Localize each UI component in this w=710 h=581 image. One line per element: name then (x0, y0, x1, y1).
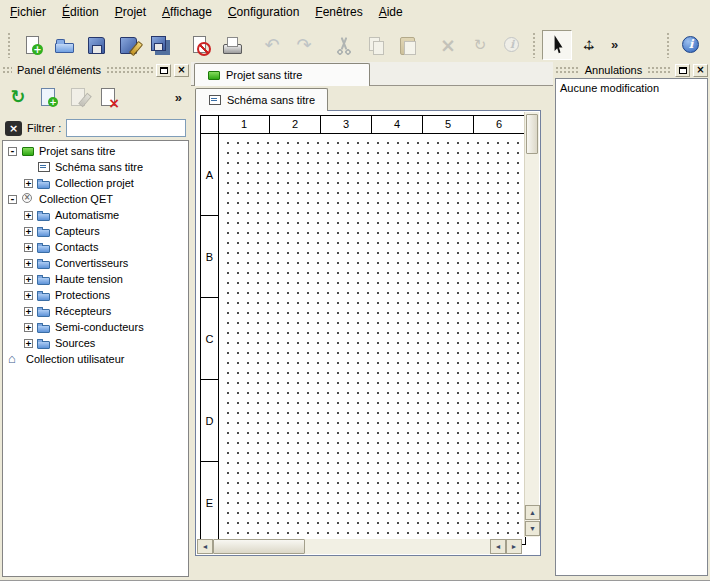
new-element-button[interactable] (34, 83, 62, 111)
refresh-icon (7, 86, 29, 108)
undo-button[interactable] (257, 30, 287, 60)
tree-item[interactable]: Sources (3, 335, 188, 351)
filter-input[interactable] (66, 119, 186, 137)
redo-button[interactable] (289, 30, 319, 60)
select-mode-button[interactable] (542, 30, 572, 60)
menu-item[interactable]: Fenêtres (307, 2, 370, 22)
menu-item[interactable]: Aide (371, 2, 411, 22)
save-button[interactable] (81, 30, 111, 60)
menu-item[interactable]: Configuration (220, 2, 307, 22)
scroll-down-button[interactable] (525, 521, 540, 536)
menu-item[interactable]: Édition (54, 2, 107, 22)
workspace: Projet sans titre Schéma sans titre (191, 62, 553, 580)
rotate-button[interactable] (465, 30, 495, 60)
tree-item[interactable]: Contacts (3, 239, 188, 255)
mdi-area: 1 2 3 4 5 6 (191, 110, 553, 580)
info-button[interactable] (497, 30, 527, 60)
tree-item-label: Collection QET (39, 193, 113, 205)
undo-list[interactable]: Aucune modification (555, 78, 708, 576)
paste-button[interactable] (393, 30, 423, 60)
tree-expander[interactable] (24, 323, 33, 332)
tree-expander[interactable] (24, 243, 33, 252)
undo-panel-float-button[interactable] (675, 64, 690, 77)
tree-expander[interactable] (8, 195, 17, 204)
edit-element-button[interactable] (64, 83, 92, 111)
elements-panel-close-button[interactable]: × (174, 64, 189, 77)
save-all-button[interactable] (145, 30, 175, 60)
save-as-button[interactable] (113, 30, 143, 60)
elements-tree: Projet sans titre Schéma sans titre Coll… (2, 140, 189, 577)
tree-item[interactable]: Automatisme (3, 207, 188, 223)
tree-expander[interactable] (24, 291, 33, 300)
horizontal-scroll-track[interactable] (305, 539, 490, 554)
print-button[interactable] (217, 30, 247, 60)
undo-panel: Annulations × Aucune modification (553, 62, 710, 580)
tree-item-label: Contacts (55, 241, 98, 253)
tree-item[interactable]: Protections (3, 287, 188, 303)
column-label: 6 (474, 116, 525, 134)
tree-expander[interactable] (24, 339, 33, 348)
copy-button[interactable] (361, 30, 391, 60)
tree-expander[interactable] (24, 179, 33, 188)
tree-item[interactable]: Collection QET (3, 191, 188, 207)
tree-item[interactable]: Projet sans titre (3, 143, 188, 159)
help-toolbar-drag-handle[interactable] (666, 32, 671, 58)
horizontal-scrollbar[interactable] (197, 539, 522, 554)
view-toolbar-overflow-button[interactable]: » (606, 34, 623, 55)
tree-item[interactable]: Collection projet (3, 175, 188, 191)
reload-collections-button[interactable] (4, 83, 32, 111)
vertical-scrollbar[interactable] (524, 112, 539, 537)
undo-icon (261, 34, 283, 56)
view-toolbar-drag-handle[interactable] (532, 32, 537, 58)
elements-panel-float-button[interactable] (156, 64, 171, 77)
folder-icon (37, 289, 51, 301)
row-label: D (201, 380, 219, 462)
cursor-icon (546, 34, 568, 56)
tree-expander[interactable] (24, 259, 33, 268)
tree-item[interactable]: Récepteurs (3, 303, 188, 319)
toolbar-drag-handle[interactable] (7, 32, 12, 58)
about-qet-button[interactable] (676, 30, 706, 60)
new-button[interactable] (17, 30, 47, 60)
tree-expander[interactable] (24, 227, 33, 236)
tree-item[interactable]: Convertisseurs (3, 255, 188, 271)
folder-icon (37, 177, 51, 189)
diagram-tab[interactable]: Schéma sans titre (195, 88, 328, 111)
tree-item[interactable]: Semi-conducteurs (3, 319, 188, 335)
delete-icon (437, 34, 459, 56)
tree-item[interactable]: Capteurs (3, 223, 188, 239)
undo-panel-close-button[interactable]: × (693, 64, 708, 77)
tree-expander[interactable] (24, 307, 33, 316)
tree-expander[interactable] (8, 147, 17, 156)
pan-mode-button[interactable] (574, 30, 604, 60)
cut-button[interactable] (329, 30, 359, 60)
tree-expander[interactable] (24, 211, 33, 220)
menu-item[interactable]: Projet (107, 2, 154, 22)
tree-item[interactable]: Haute tension (3, 271, 188, 287)
project-tab[interactable]: Projet sans titre (194, 63, 370, 86)
project-icon (21, 145, 35, 157)
diagram-grid[interactable] (219, 134, 525, 544)
horizontal-scrollbar-thumb[interactable] (213, 539, 305, 554)
tree-expander[interactable] (24, 275, 33, 284)
clear-filter-button[interactable] (5, 121, 22, 136)
elements-toolbar-overflow-button[interactable]: » (170, 87, 187, 108)
menu-item[interactable]: Fichier (2, 2, 54, 22)
scroll-left-button[interactable] (197, 539, 213, 554)
scroll-up-button[interactable] (525, 505, 540, 520)
schema-icon (37, 161, 51, 173)
tree-item[interactable]: Schéma sans titre (3, 159, 188, 175)
tree-item[interactable]: Collection utilisateur (3, 351, 188, 367)
dock-grip (555, 66, 580, 74)
elements-panel-titlebar[interactable]: Panel d'éléments × (0, 62, 191, 78)
delete-button[interactable] (433, 30, 463, 60)
close-file-button[interactable] (185, 30, 215, 60)
open-button[interactable] (49, 30, 79, 60)
vertical-scrollbar-thumb[interactable] (526, 114, 538, 154)
scroll-left-button-2[interactable] (490, 539, 506, 554)
scroll-right-button[interactable] (506, 539, 522, 554)
undo-panel-titlebar[interactable]: Annulations × (553, 62, 710, 78)
delete-element-button[interactable] (94, 83, 122, 111)
menu-item[interactable]: Affichage (154, 2, 220, 22)
diagram-view[interactable]: 1 2 3 4 5 6 (195, 110, 541, 556)
